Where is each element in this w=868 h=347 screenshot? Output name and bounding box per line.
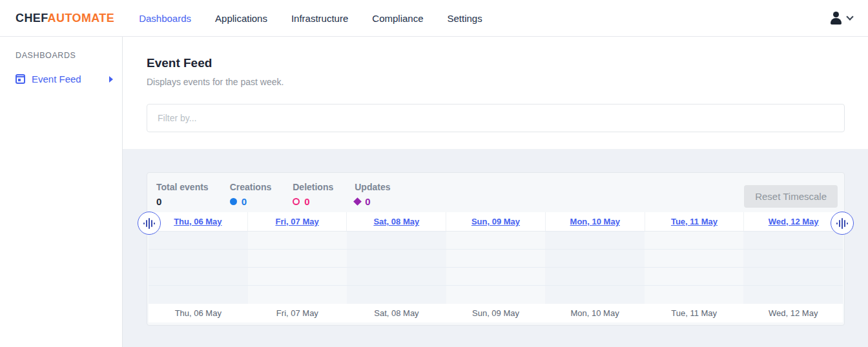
- grid-cell: [248, 286, 347, 304]
- day-footer-label: Tue, 11 May: [645, 304, 744, 322]
- grid-cell: [149, 232, 248, 250]
- day-footer-label: Sun, 09 May: [446, 304, 546, 322]
- grid-column: [347, 232, 446, 304]
- grid-column: [645, 232, 744, 304]
- grid-cell: [645, 286, 744, 304]
- grid-cell: [446, 250, 546, 268]
- timeline-grid: [149, 232, 843, 304]
- stat-label: Total events: [156, 182, 209, 192]
- grid-cell: [347, 268, 446, 286]
- grid-cell: [149, 286, 248, 304]
- page-subtitle: Displays events for the past week.: [147, 77, 845, 87]
- day-footer-label: Fri, 07 May: [248, 304, 347, 322]
- grid-cell: [347, 250, 446, 268]
- day-header-link[interactable]: Tue, 11 May: [645, 212, 744, 231]
- grid-cell: [248, 250, 347, 268]
- day-header-link[interactable]: Sat, 08 May: [346, 212, 446, 231]
- grid-cell: [545, 232, 645, 250]
- filter-input[interactable]: [147, 104, 845, 132]
- grid-cell: [347, 286, 446, 304]
- grid-cell: [645, 232, 744, 250]
- logo-automate-text: AUTOMATE: [48, 12, 115, 25]
- stat-label: Deletions: [293, 182, 333, 192]
- nav-item-settings[interactable]: Settings: [448, 13, 482, 24]
- grid-cell: [149, 268, 248, 286]
- handle-bars-icon: [143, 223, 145, 224]
- stat-updates: Updates0: [355, 182, 390, 207]
- nav-item-compliance[interactable]: Compliance: [372, 13, 423, 24]
- sidebar-heading: DASHBOARDS: [16, 51, 122, 60]
- grid-column: [446, 232, 546, 304]
- open-circle-icon: [293, 198, 300, 205]
- event-feed-section: Total events0Creations0Deletions0Updates…: [123, 149, 868, 347]
- grid-cell: [545, 268, 645, 286]
- nav-item-dashboards[interactable]: Dashboards: [139, 13, 191, 24]
- stat-label: Updates: [355, 182, 390, 192]
- main-nav: DashboardsApplicationsInfrastructureComp…: [139, 13, 482, 24]
- logo-chef-text: CHEF: [16, 12, 48, 25]
- calendar-icon: [16, 74, 25, 84]
- day-header-link[interactable]: Wed, 12 May: [743, 212, 843, 231]
- stat-total-events: Total events0: [156, 182, 209, 207]
- sidebar: DASHBOARDS Event Feed: [0, 37, 123, 347]
- nav-item-applications[interactable]: Applications: [215, 13, 267, 24]
- grid-cell: [446, 268, 546, 286]
- grid-cell: [645, 250, 744, 268]
- day-footer-label: Sat, 08 May: [347, 304, 446, 322]
- user-menu[interactable]: [830, 12, 852, 25]
- day-header-link[interactable]: Fri, 07 May: [247, 212, 347, 231]
- day-header-link[interactable]: Sun, 09 May: [446, 212, 545, 231]
- chef-automate-logo[interactable]: CHEFAUTOMATE: [16, 12, 114, 25]
- timeline-day-header-row: Thu, 06 MayFri, 07 MaySat, 08 MaySun, 09…: [149, 212, 843, 232]
- stat-deletions: Deletions0: [293, 182, 333, 207]
- event-stats-row: Total events0Creations0Deletions0Updates…: [147, 173, 844, 207]
- event-timeline: Thu, 06 MayFri, 07 MaySat, 08 MaySun, 09…: [149, 212, 843, 322]
- filled-circle-icon: [230, 198, 237, 205]
- main-content: Event Feed Displays events for the past …: [123, 37, 868, 347]
- page-header-section: Event Feed Displays events for the past …: [123, 37, 868, 149]
- grid-cell: [743, 268, 843, 286]
- grid-cell: [743, 286, 843, 304]
- grid-cell: [545, 286, 645, 304]
- sidebar-item-label: Event Feed: [32, 74, 81, 84]
- grid-cell: [248, 268, 347, 286]
- grid-cell: [743, 250, 843, 268]
- grid-cell: [446, 286, 546, 304]
- grid-column: [149, 232, 248, 304]
- chevron-down-icon: [846, 13, 853, 20]
- reset-timescale-button[interactable]: Reset Timescale: [744, 185, 838, 208]
- grid-cell: [645, 268, 744, 286]
- timeline-day-footer-row: Thu, 06 MayFri, 07 MaySat, 08 MaySun, 09…: [149, 304, 843, 322]
- grid-column: [545, 232, 645, 304]
- timescale-left-handle[interactable]: [138, 212, 161, 235]
- event-feed-card: Total events0Creations0Deletions0Updates…: [147, 172, 845, 326]
- grid-cell: [347, 232, 446, 250]
- day-header-link[interactable]: Mon, 10 May: [545, 212, 645, 231]
- grid-cell: [743, 232, 843, 250]
- sidebar-item-event-feed[interactable]: Event Feed: [0, 71, 122, 87]
- grid-cell: [149, 250, 248, 268]
- day-footer-label: Thu, 06 May: [149, 304, 248, 322]
- handle-bars-icon: [836, 223, 838, 224]
- day-footer-label: Wed, 12 May: [743, 304, 843, 322]
- user-icon: [830, 12, 843, 25]
- stat-value: 0: [156, 196, 161, 207]
- top-navigation-bar: CHEFAUTOMATE DashboardsApplicationsInfra…: [0, 0, 868, 37]
- day-footer-label: Mon, 10 May: [545, 304, 645, 322]
- page-title: Event Feed: [147, 56, 845, 70]
- filled-diamond-icon: [353, 197, 362, 206]
- stat-value: 0: [365, 196, 370, 207]
- nav-item-infrastructure[interactable]: Infrastructure: [291, 13, 348, 24]
- stat-label: Creations: [230, 182, 272, 192]
- stat-value: 0: [304, 196, 309, 207]
- day-header-link[interactable]: Thu, 06 May: [149, 212, 247, 231]
- expand-arrow-icon: [109, 76, 113, 83]
- grid-cell: [446, 232, 546, 250]
- stat-value: 0: [242, 196, 247, 207]
- grid-column: [743, 232, 843, 304]
- stat-creations: Creations0: [230, 182, 272, 207]
- grid-cell: [248, 232, 347, 250]
- grid-cell: [545, 250, 645, 268]
- timescale-right-handle[interactable]: [831, 212, 854, 235]
- grid-column: [248, 232, 347, 304]
